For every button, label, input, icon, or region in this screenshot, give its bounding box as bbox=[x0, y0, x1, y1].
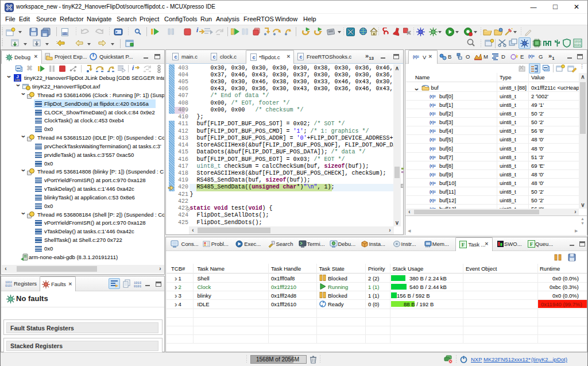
svg-text:F: F bbox=[462, 242, 465, 248]
svg-text:0101: 0101 bbox=[5, 284, 12, 287]
svg-text:010: 010 bbox=[62, 32, 67, 36]
svg-text:0101: 0101 bbox=[134, 284, 141, 288]
svg-text:F: F bbox=[530, 241, 533, 247]
svg-text:0101: 0101 bbox=[574, 44, 581, 47]
